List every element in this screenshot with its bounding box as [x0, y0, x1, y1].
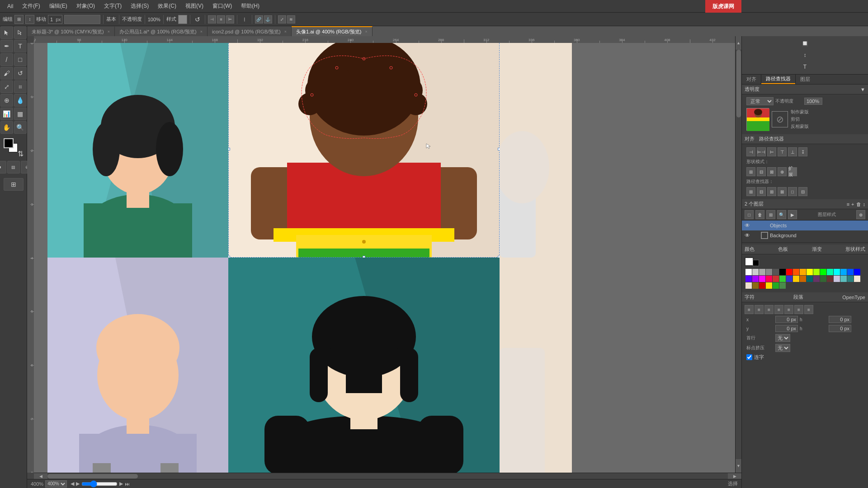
swatch-#00aaff[interactable]	[840, 269, 847, 275]
text-align-left[interactable]: ≡	[745, 305, 754, 314]
crop-btn[interactable]: ⊠	[778, 187, 787, 196]
swatch-#000000[interactable]	[779, 269, 786, 275]
stroke-color[interactable]	[4, 138, 14, 148]
swatch-#cc3333[interactable]	[773, 276, 779, 282]
text-align-j3[interactable]: ≡	[794, 305, 803, 314]
no-icon[interactable]: ⊘	[772, 111, 788, 127]
layer-row-0[interactable]: 👁 Objects	[742, 221, 868, 230]
h-input[interactable]	[829, 316, 851, 323]
swatch-#ede0d0[interactable]	[745, 282, 752, 289]
swap-colors-icon[interactable]: ⇅	[18, 150, 24, 158]
distribute-icon[interactable]: ⫶	[240, 15, 249, 24]
merge-btn[interactable]: ⊞	[767, 187, 776, 196]
locate-layer-btn[interactable]: 🔍	[777, 210, 786, 219]
swatch-#cc0000[interactable]	[759, 282, 765, 289]
graph-tool[interactable]: 📊	[0, 108, 13, 120]
color-section-header[interactable]: 颜色 色板 渐变 形状样式	[742, 244, 868, 254]
color-panel-shape[interactable]: 形状样式	[845, 246, 865, 253]
align-tab-label[interactable]: 对齐	[745, 136, 755, 142]
minus-front-btn[interactable]: ⊟	[757, 167, 766, 176]
line-tool[interactable]: /	[0, 53, 13, 66]
make-mask-btn[interactable]: 制作蒙版	[791, 109, 809, 115]
menu-text[interactable]: 文字(T)	[100, 1, 125, 11]
warp-icon[interactable]: ≋	[287, 15, 295, 23]
menu-file[interactable]: 文件(F)	[19, 1, 43, 11]
opacity-input[interactable]	[804, 98, 822, 105]
swatch-#ff5500[interactable]	[793, 269, 799, 275]
group-layer-btn[interactable]: ⊞	[766, 210, 775, 219]
swatch-#888888[interactable]	[766, 269, 772, 275]
zoom-select[interactable]: 400%200%100%50%	[45, 480, 67, 488]
layers-header[interactable]: 2 个图层 ≡ + 🗑 ↕	[742, 199, 868, 209]
swatch-#33cc33[interactable]	[779, 276, 786, 282]
tab-close-2[interactable]: ×	[284, 29, 287, 34]
align-bottom-btn[interactable]: ↧	[798, 147, 807, 156]
text-align-j4[interactable]: ≡	[804, 305, 813, 314]
h2-input[interactable]	[829, 325, 851, 332]
expand-layer-btn[interactable]: ▶	[788, 210, 797, 219]
tab-close-3[interactable]: ×	[365, 29, 367, 34]
refresh-icon[interactable]: ↺	[193, 15, 202, 24]
header-first-select[interactable]: 无	[775, 334, 790, 342]
swatch-#0000ff[interactable]	[854, 269, 860, 275]
swatch-#cc6600[interactable]	[800, 276, 806, 282]
ligature-checkbox[interactable]	[746, 354, 752, 360]
swatch-#663333[interactable]	[827, 276, 833, 282]
tab-3[interactable]: 头像1.ai @ 400% (RGB/预览) ×	[292, 26, 373, 36]
swatch-#5500ff[interactable]	[745, 276, 752, 282]
layer-row-1[interactable]: 👁 Background	[742, 230, 868, 240]
brush-tool[interactable]: 🖌	[0, 67, 13, 80]
align-left-icon[interactable]: ⊣	[208, 15, 216, 23]
swatch-#00ff00[interactable]	[820, 269, 826, 275]
swatch-#00ffaa[interactable]	[827, 269, 833, 275]
swatch-#ff0000[interactable]	[786, 269, 793, 275]
transparency-header[interactable]: 透明度 ▼	[742, 84, 868, 94]
layers-delete-icon[interactable]: 🗑	[856, 202, 861, 207]
tab-1[interactable]: 办公用品1.ai* @ 100% (RGB/预览) ×	[115, 26, 208, 36]
swatch-#aaff00[interactable]	[813, 269, 820, 275]
blend-tool[interactable]: ⊕	[0, 94, 13, 107]
end-btn[interactable]: ⏭	[125, 481, 130, 487]
swatch-#ffffff[interactable]	[745, 269, 752, 275]
align-v-center-btn[interactable]: ⊥	[788, 147, 797, 156]
swatch-#aa00ff[interactable]	[752, 276, 759, 282]
direct-select-tool[interactable]	[14, 26, 27, 39]
swatch-#336633[interactable]	[820, 276, 826, 282]
cell-top-center[interactable]	[228, 41, 500, 258]
scroll-up-btn[interactable]: ▲	[736, 36, 741, 50]
exclude-btn[interactable]: ⊕	[778, 167, 787, 176]
align-top-btn[interactable]: ⊤	[778, 147, 787, 156]
panel-icon-3[interactable]: 🔲	[800, 38, 811, 49]
swatch-#f5e8d8[interactable]	[854, 276, 860, 282]
zoom-tool[interactable]: 🔍	[14, 121, 27, 134]
menu-select[interactable]: 选择(S)	[127, 1, 152, 11]
swatch-#c8c5e0[interactable]	[834, 276, 840, 282]
text-tool[interactable]: T	[14, 40, 27, 52]
color-mode-btn[interactable]: ■	[0, 161, 6, 174]
intersect-btn[interactable]: ⊠	[767, 167, 776, 176]
align-left-edge-btn[interactable]: ⊣	[746, 147, 755, 156]
layers-add-icon[interactable]: +	[851, 202, 854, 207]
link-icon[interactable]: 🔗	[255, 15, 263, 23]
swatch-#ffff00[interactable]	[807, 269, 813, 275]
path-finder-tab-label[interactable]: 路径查找器	[759, 136, 784, 142]
layer-lock-1[interactable]	[753, 232, 759, 239]
align-center-icon[interactable]: ≡	[217, 15, 225, 23]
scroll-thumb-v[interactable]	[736, 50, 741, 117]
hand-tool[interactable]: ✋	[0, 121, 13, 134]
text-align-center[interactable]: ≡	[755, 305, 764, 314]
transform-icon[interactable]: ⤢	[278, 15, 286, 23]
menu-help[interactable]: 帮助(H)	[237, 1, 263, 11]
align-header[interactable]: 对齐 路径查找器	[742, 134, 868, 144]
color-panel-tab[interactable]: 色板	[778, 246, 788, 253]
scroll-right-btn[interactable]: ▶	[728, 473, 741, 479]
y-input[interactable]	[775, 325, 798, 332]
progress-slider[interactable]	[81, 482, 118, 486]
swatch-#3333cc[interactable]	[786, 276, 793, 282]
layer-eye-0[interactable]: 👁	[745, 222, 751, 229]
panel-icon-4[interactable]: ↕	[800, 50, 811, 61]
header-clamp-select[interactable]: 无	[775, 344, 790, 352]
scrollbar-horizontal[interactable]: ◀ ▶	[34, 473, 741, 479]
x-input[interactable]	[775, 316, 798, 323]
swatch-#cccccc[interactable]	[752, 269, 759, 275]
